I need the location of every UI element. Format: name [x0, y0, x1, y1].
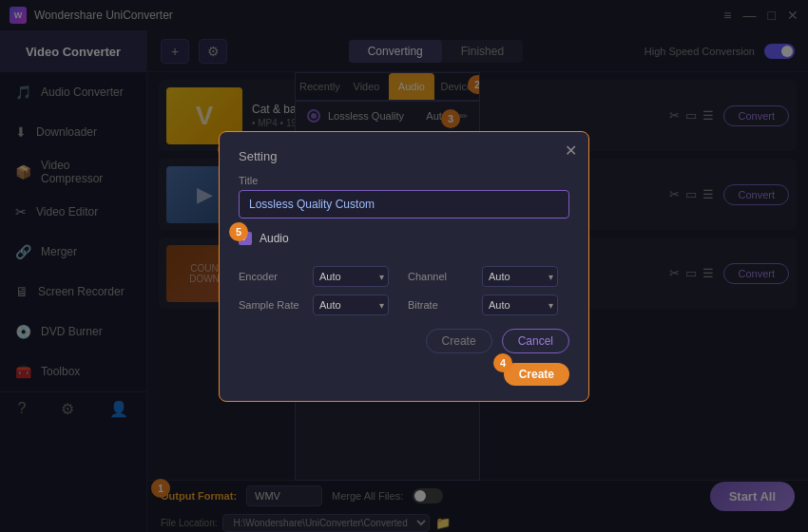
bitrate-field: Bitrate Auto — [408, 294, 569, 315]
dialog-actions: Create Cancel — [239, 329, 569, 353]
dialog-create-btn[interactable]: Create — [504, 363, 569, 386]
dialog-title: Setting — [239, 149, 569, 163]
channel-label: Channel — [408, 271, 474, 282]
bitrate-select[interactable]: Auto — [482, 294, 558, 315]
dialog-cancel-btn[interactable]: Cancel — [502, 329, 569, 353]
dialog-fields-grid: Encoder Auto Channel Auto Sample Rate — [239, 266, 569, 315]
step4-badge: 4 — [493, 353, 512, 372]
dialog-create-ghost-btn[interactable]: Create — [426, 329, 492, 353]
dialog-close-icon[interactable]: ✕ — [565, 142, 577, 160]
channel-select-wrap: Auto — [482, 266, 558, 287]
step5-badge: 5 — [229, 222, 248, 241]
setting-dialog: Setting ✕ Title 5 Audio Encoder Auto Cha… — [219, 131, 589, 402]
encoder-field: Encoder Auto — [239, 266, 400, 287]
bitrate-label: Bitrate — [408, 299, 474, 311]
encoder-select-wrap: Auto — [313, 266, 389, 287]
sample-rate-select-wrap: Auto — [313, 294, 389, 315]
sample-rate-field: Sample Rate Auto — [239, 294, 400, 315]
encoder-select[interactable]: Auto — [313, 266, 389, 287]
bitrate-select-wrap: Auto — [482, 294, 558, 315]
channel-select[interactable]: Auto — [482, 266, 558, 287]
encoder-label: Encoder — [239, 271, 305, 282]
audio-section-label: Audio — [260, 232, 289, 245]
title-input[interactable] — [239, 190, 569, 218]
dialog-overlay: Setting ✕ Title 5 Audio Encoder Auto Cha… — [0, 0, 808, 532]
sample-rate-select[interactable]: Auto — [313, 294, 389, 315]
title-field-label: Title — [239, 175, 569, 186]
sample-rate-label: Sample Rate — [239, 299, 305, 311]
channel-field: Channel Auto — [408, 266, 569, 287]
